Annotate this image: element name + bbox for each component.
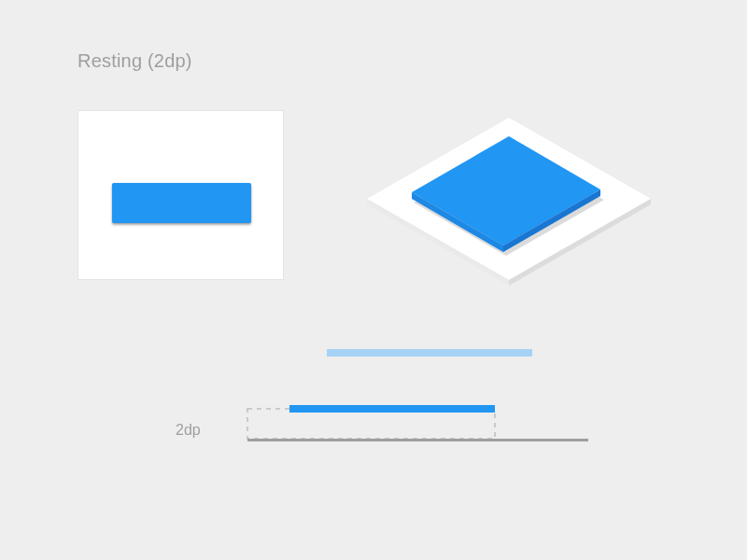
front-view-surface [78, 110, 284, 280]
side-view: 2dp [215, 345, 607, 471]
side-button [289, 405, 495, 413]
isometric-view [350, 93, 668, 308]
side-baseline [247, 439, 588, 441]
front-view-button [112, 183, 251, 223]
side-surface-back [327, 349, 532, 357]
elevation-label: 2dp [176, 422, 201, 439]
diagram-title: Resting (2dp) [78, 50, 192, 72]
side-elevation-guide [247, 409, 495, 439]
